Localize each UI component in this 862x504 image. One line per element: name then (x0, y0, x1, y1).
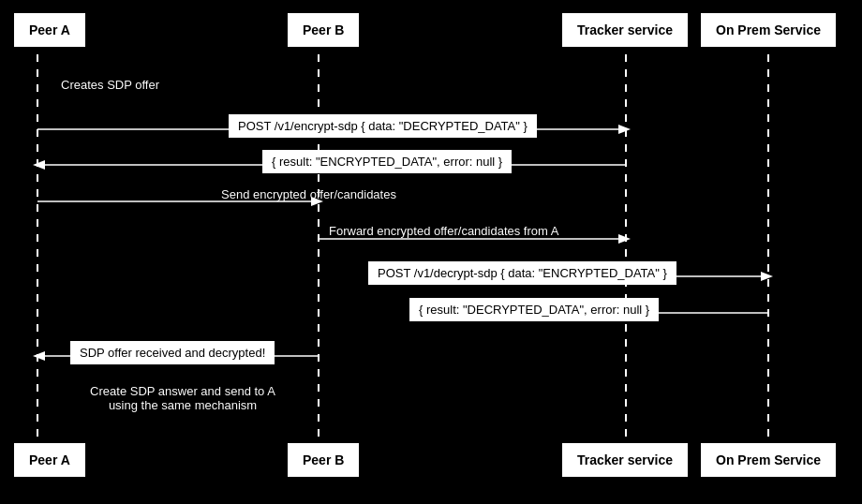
sdp-offer-received-label: SDP offer received and decrypted! (70, 341, 275, 364)
svg-marker-11 (618, 234, 631, 244)
actor-onprem-bottom: On Prem Service (701, 443, 836, 477)
result-decrypt-label: { result: "DECRYPTED_DATA", error: null … (409, 298, 659, 321)
svg-marker-17 (33, 351, 45, 361)
send-encrypted-note: Send encrypted offer/candidates (221, 187, 396, 201)
actor-peer-b-bottom: Peer B (288, 443, 359, 477)
actor-peer-a-top: Peer A (14, 13, 85, 47)
svg-marker-13 (761, 272, 773, 281)
svg-marker-7 (33, 160, 45, 170)
create-sdp-answer-note: Create SDP answer and send to Ausing the… (61, 384, 305, 412)
actor-peer-a-bottom: Peer A (14, 443, 85, 477)
actor-onprem-top: On Prem Service (701, 13, 836, 47)
post-encrypt-label: POST /v1/encrypt-sdp { data: "DECRYPTED_… (229, 114, 537, 138)
actor-tracker-bottom: Tracker service (562, 443, 688, 477)
actor-peer-b-top: Peer B (288, 13, 359, 47)
svg-marker-5 (618, 125, 631, 134)
result-encrypt-label: { result: "ENCRYPTED_DATA", error: null … (262, 150, 512, 173)
post-decrypt-label: POST /v1/decrypt-sdp { data: "ENCRYPTED_… (368, 261, 676, 285)
forward-encrypted-note: Forward encrypted offer/candidates from … (329, 224, 558, 238)
actor-tracker-top: Tracker service (562, 13, 688, 47)
creates-sdp-note: Creates SDP offer (61, 78, 159, 92)
